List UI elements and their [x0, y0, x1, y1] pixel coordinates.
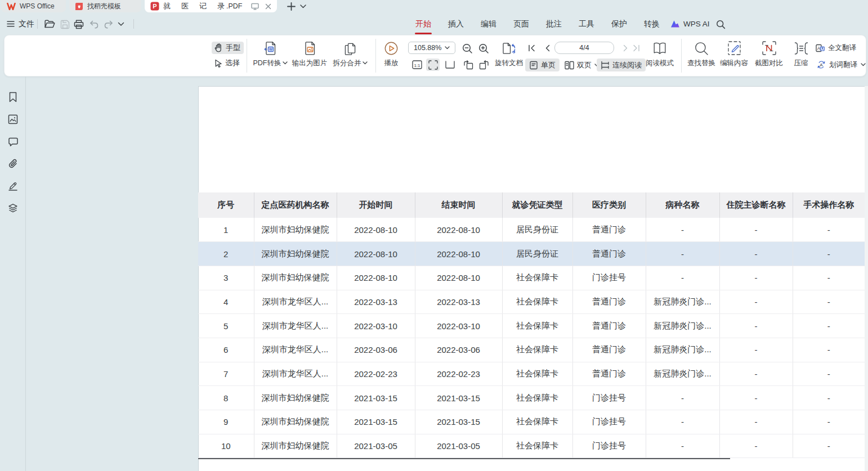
undo-button[interactable] — [88, 18, 100, 30]
table-cell: 深圳市龙华区人... — [254, 362, 337, 386]
attachment-icon[interactable] — [7, 158, 19, 169]
close-icon[interactable] — [265, 3, 271, 10]
table-cell: 2022-03-13 — [415, 290, 502, 314]
menu-tab-annotate[interactable]: 批注 — [546, 19, 562, 29]
redo-button[interactable] — [102, 18, 114, 30]
wps-office-window: WPS Office 找稻壳模板 P 就医记录.PDF 文件 — [0, 0, 868, 471]
table-cell: - — [793, 242, 865, 266]
tab-document-active[interactable]: P 就医记录.PDF — [145, 0, 277, 12]
rotate-left-button[interactable] — [462, 59, 475, 71]
play-button[interactable]: 播放 — [378, 40, 404, 73]
table-cell: - — [646, 386, 719, 410]
table-cell: 社会保障卡 — [502, 266, 572, 290]
first-page-button[interactable] — [526, 43, 536, 53]
table-cell: 3 — [198, 266, 254, 290]
table-cell: 2022-08-10 — [337, 242, 415, 266]
table-row: 9深圳市妇幼保健院2021-03-152021-03-15社会保障卡门诊挂号--… — [198, 410, 865, 434]
table-cell: 深圳市龙华区人... — [254, 290, 337, 314]
full-translate-label: 全文翻译 — [828, 43, 856, 53]
menu-tab-insert[interactable]: 插入 — [448, 19, 464, 29]
wps-ai-button[interactable]: WPS AI — [670, 17, 710, 30]
table-cell: - — [646, 242, 719, 266]
table-cell: 普通门诊 — [572, 218, 646, 242]
pdf-convert-button[interactable]: W PDF转换 — [252, 40, 288, 73]
next-page-button[interactable] — [621, 43, 630, 53]
table-header-cell: 结束时间 — [415, 192, 502, 218]
menu-tab-page[interactable]: 页面 — [513, 19, 529, 29]
compress-button[interactable]: 压缩 — [787, 40, 815, 73]
zoom-in-button[interactable] — [477, 42, 490, 55]
hand-tool-button[interactable]: 手型 — [212, 42, 244, 54]
menu-tab-protect[interactable]: 保护 — [611, 19, 627, 29]
hamburger-icon — [7, 21, 15, 27]
read-mode-button[interactable]: 阅读模式 — [642, 40, 677, 73]
split-merge-button[interactable]: 拆分合并 — [330, 40, 370, 73]
table-cell: 新冠肺炎门诊... — [646, 362, 719, 386]
table-header-cell: 医疗类别 — [572, 192, 646, 218]
rotate-right-button[interactable] — [477, 59, 490, 71]
table-row: 2深圳市妇幼保健院2022-08-102022-08-10居民身份证普通门诊--… — [198, 242, 865, 266]
select-tool-button[interactable]: 选择 — [212, 57, 244, 69]
table-row: 3深圳市妇幼保健院2022-08-102022-08-10社会保障卡门诊挂号--… — [198, 266, 865, 290]
tab-docer-templates[interactable]: 找稻壳模板 — [69, 0, 141, 12]
print-button[interactable] — [73, 18, 85, 30]
zoom-out-button[interactable] — [460, 42, 474, 55]
quick-access-more-chevron-icon[interactable] — [116, 18, 126, 30]
pdf-convert-icon: W — [262, 40, 278, 56]
table-cell: 社会保障卡 — [502, 362, 572, 386]
tab-list-chevron-icon[interactable] — [299, 2, 307, 10]
new-tab-button[interactable] — [285, 1, 297, 12]
word-translate-button[interactable]: A 划词翻译 — [817, 59, 866, 71]
fit-width-button[interactable] — [444, 59, 457, 71]
save-button[interactable] — [59, 18, 71, 30]
table-cell: - — [719, 338, 793, 362]
rotate-document-button[interactable]: 旋转文档 — [494, 40, 524, 73]
table-cell: - — [646, 434, 719, 458]
signature-icon[interactable] — [7, 180, 19, 191]
full-translate-button[interactable]: A 全文翻译 — [816, 42, 856, 54]
layers-icon[interactable] — [7, 203, 19, 214]
prev-page-button[interactable] — [543, 43, 552, 53]
table-cell: 社会保障卡 — [502, 386, 572, 410]
screenshot-compare-icon — [762, 40, 777, 56]
table-cell: - — [793, 434, 865, 458]
button-label-text: 旋转文档 — [495, 59, 523, 67]
table-cell: 深圳市妇幼保健院 — [254, 218, 337, 242]
tab-wps-office[interactable]: WPS Office — [1, 0, 66, 12]
single-page-icon — [529, 61, 538, 70]
button-label-text: 播放 — [384, 59, 399, 67]
menu-tab-edit[interactable]: 编辑 — [481, 19, 496, 29]
monitor-icon[interactable] — [251, 3, 259, 10]
edit-content-button[interactable]: 编辑内容 — [717, 40, 751, 73]
table-cell: - — [719, 386, 793, 410]
bookmark-icon[interactable] — [7, 91, 19, 102]
table-cell: 2022-08-10 — [415, 218, 502, 242]
fit-page-button[interactable] — [426, 59, 440, 71]
menu-tab-tools[interactable]: 工具 — [579, 19, 594, 29]
scrollbar-track[interactable] — [865, 86, 868, 471]
comment-icon[interactable] — [7, 136, 19, 147]
menu-tab-home[interactable]: 开始 — [415, 19, 431, 29]
continuous-read-button[interactable]: 连续阅读 — [597, 59, 646, 71]
menu-tab-convert[interactable]: 转换 — [644, 19, 660, 29]
thumbnail-icon[interactable] — [7, 114, 19, 125]
table-cell: 4 — [198, 290, 254, 314]
table-cell: 2022-03-06 — [415, 338, 502, 362]
find-replace-button[interactable]: 查找替换 — [684, 40, 718, 73]
file-menu-button[interactable]: 文件 — [3, 17, 38, 30]
page-number-input[interactable]: 4/4 — [554, 42, 614, 54]
search-icon[interactable] — [714, 18, 727, 30]
table-cell: 新冠肺炎门诊... — [646, 338, 719, 362]
open-file-button[interactable] — [43, 18, 56, 30]
button-label-text: 拆分合并 — [333, 59, 361, 67]
last-page-button[interactable] — [631, 43, 641, 53]
zoom-level-input[interactable]: 105.88% — [408, 42, 455, 54]
full-translate-icon: A — [816, 44, 825, 52]
actual-size-button[interactable]: 1:1 — [410, 59, 423, 71]
table-cell: 2022-03-13 — [337, 290, 415, 314]
export-image-button[interactable]: 输出为图片 — [289, 40, 330, 73]
screenshot-compare-button[interactable]: 截图对比 — [752, 40, 786, 73]
table-cell: 7 — [198, 362, 254, 386]
table-header-cell: 开始时间 — [337, 192, 415, 218]
single-page-button[interactable]: 单页 — [525, 59, 560, 71]
